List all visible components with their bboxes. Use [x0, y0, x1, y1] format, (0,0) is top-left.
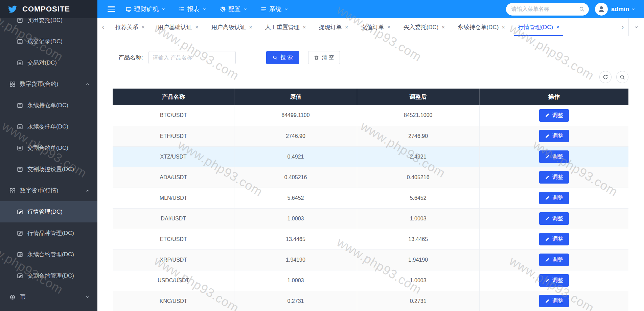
avatar[interactable] — [595, 3, 608, 16]
sidebar-item[interactable]: 永续委托单(DC) — [0, 116, 97, 137]
topnav-item[interactable]: 系统 — [254, 0, 295, 18]
tab[interactable]: 永续持仓单(DC) × — [451, 18, 511, 36]
top-header: COMPOSITE 理财矿机 报表 配置 系统 admin — [0, 0, 644, 18]
tab-close-icon[interactable]: × — [303, 24, 306, 30]
tab-close-icon[interactable]: × — [249, 24, 252, 30]
adjust-button[interactable]: 调整 — [539, 274, 569, 287]
topnav-item[interactable]: 报表 — [172, 0, 213, 18]
adjust-button[interactable]: 调整 — [539, 171, 569, 184]
tab-close-icon[interactable]: × — [141, 24, 145, 30]
chevron-up-icon — [85, 82, 90, 87]
edit-icon — [17, 230, 23, 236]
tab[interactable]: 用户高级认证 × — [205, 18, 259, 36]
tab[interactable]: 用户基础认证 × — [151, 18, 205, 36]
tab[interactable]: 人工重置管理 × — [259, 18, 313, 36]
trash-icon — [314, 55, 319, 60]
refresh-button[interactable] — [599, 71, 612, 83]
adjust-button[interactable]: 调整 — [539, 109, 569, 122]
edit-icon — [545, 299, 550, 304]
chevron-down-icon[interactable] — [631, 7, 635, 11]
edit-icon — [545, 134, 550, 139]
card-icon — [17, 39, 23, 45]
original-value-cell: 1.0003 — [234, 208, 357, 229]
clear-button[interactable]: 清 空 — [308, 51, 340, 64]
tabs-scroll-left-icon[interactable]: ‹ — [97, 23, 109, 31]
tab[interactable]: 推荐关系 × — [109, 18, 151, 36]
tab-label: 推荐关系 — [115, 23, 138, 31]
tab-label: 提现订单 — [319, 23, 342, 31]
edit-icon — [17, 252, 23, 258]
adjusted-value-cell: 1.0003 — [357, 208, 479, 229]
edit-icon — [545, 175, 550, 180]
edit-icon — [545, 258, 550, 262]
tab-close-icon[interactable]: × — [442, 24, 445, 30]
adjusted-value-cell: 2.4921 — [357, 146, 479, 167]
column-header: 调整后 — [357, 89, 479, 105]
product-name-cell: XTZ/USDT — [113, 146, 234, 167]
adjust-button[interactable]: 调整 — [539, 295, 569, 307]
chevron-down-icon — [284, 7, 288, 11]
search-icon — [620, 74, 625, 80]
adjust-button[interactable]: 调整 — [539, 150, 569, 163]
chevron-down-icon — [202, 7, 206, 11]
main-content: 产品名称: 搜 索 清 空 产品名称原值调整后操作 BTC/USDT 84499… — [97, 36, 644, 311]
sidebar-item-label: 行情品种管理(DC) — [27, 229, 74, 237]
tab-close-icon[interactable]: × — [387, 24, 391, 30]
table-tools — [97, 71, 628, 83]
sidebar-item[interactable]: 卖出委托(DC) — [0, 18, 97, 31]
sidebar-item[interactable]: 永续持仓单(DC) — [0, 95, 97, 116]
tab[interactable]: 提现订单 × — [313, 18, 355, 36]
adjust-button[interactable]: 调整 — [539, 233, 569, 245]
hamburger-menu-icon[interactable] — [108, 6, 115, 12]
tabs-dropdown-button[interactable] — [628, 18, 644, 36]
action-cell: 调整 — [479, 270, 628, 291]
original-value-cell: 0.4921 — [234, 146, 357, 167]
sidebar-item[interactable]: 交割合约单(DC) — [0, 137, 97, 159]
action-cell: 调整 — [479, 188, 628, 208]
tab-close-icon[interactable]: × — [195, 24, 199, 30]
action-cell: 调整 — [479, 146, 628, 167]
sidebar-item[interactable]: 交割场控设置(DC) — [0, 159, 97, 180]
topnav-label: 配置 — [228, 5, 240, 13]
adjusted-value-cell: 1.94190 — [357, 249, 479, 270]
tab-close-icon[interactable]: × — [556, 24, 559, 30]
edit-icon — [545, 113, 550, 118]
table-row: ADA/USDT 0.405216 0.405216 调整 — [113, 167, 628, 188]
action-cell: 调整 — [479, 208, 628, 229]
topnav-item[interactable]: 理财矿机 — [119, 0, 172, 18]
sidebar-item-label: 交割合约单(DC) — [27, 144, 68, 152]
table-row: DAI/USDT 1.0003 1.0003 调整 — [113, 208, 628, 229]
adjust-button[interactable]: 调整 — [539, 192, 569, 204]
menu-search-input[interactable] — [506, 3, 589, 16]
tab[interactable]: 充值订单 × — [355, 18, 397, 36]
topnav-item[interactable]: 配置 — [213, 0, 254, 18]
search-toggle-button[interactable] — [616, 71, 628, 83]
sidebar-item[interactable]: 交割合约管理(DC) — [0, 265, 97, 286]
sidebar-item[interactable]: 行情管理(DC) — [0, 201, 97, 222]
sidebar-item[interactable]: 数字货币(行情) — [0, 180, 97, 201]
sidebar-item[interactable]: 成交记录(DC) — [0, 31, 97, 52]
tab-close-icon[interactable]: × — [502, 24, 505, 30]
card-icon — [17, 60, 23, 66]
username[interactable]: admin — [611, 6, 629, 13]
sidebar-item[interactable]: 交易对(DC) — [0, 52, 97, 73]
edit-icon — [545, 196, 550, 200]
tab[interactable]: 行情管理(DC) × — [511, 18, 566, 36]
brand-logo[interactable]: COMPOSITE — [0, 0, 97, 18]
search-button[interactable]: 搜 索 — [266, 51, 299, 64]
adjust-button[interactable]: 调整 — [539, 130, 569, 142]
sidebar-item[interactable]: 行情品种管理(DC) — [0, 222, 97, 244]
tab[interactable]: 买入委托(DC) × — [397, 18, 452, 36]
adjust-button[interactable]: 调整 — [539, 254, 569, 266]
sidebar-item[interactable]: 永续合约管理(DC) — [0, 244, 97, 265]
sidebar-item[interactable]: 币 — [0, 286, 97, 308]
tab-close-icon[interactable]: × — [345, 24, 348, 30]
tabs-scroll-right-icon[interactable]: › — [617, 23, 628, 31]
action-cell: 调整 — [479, 291, 628, 311]
adjust-button[interactable]: 调整 — [539, 212, 569, 225]
product-name-input[interactable] — [148, 51, 236, 64]
menu-search — [506, 3, 589, 16]
filter-bar: 产品名称: 搜 索 清 空 — [118, 51, 644, 64]
sidebar-item[interactable]: 数字货币(合约) — [0, 73, 97, 95]
table-row: ETC/USDT 13.4465 13.4465 调整 — [113, 229, 628, 249]
